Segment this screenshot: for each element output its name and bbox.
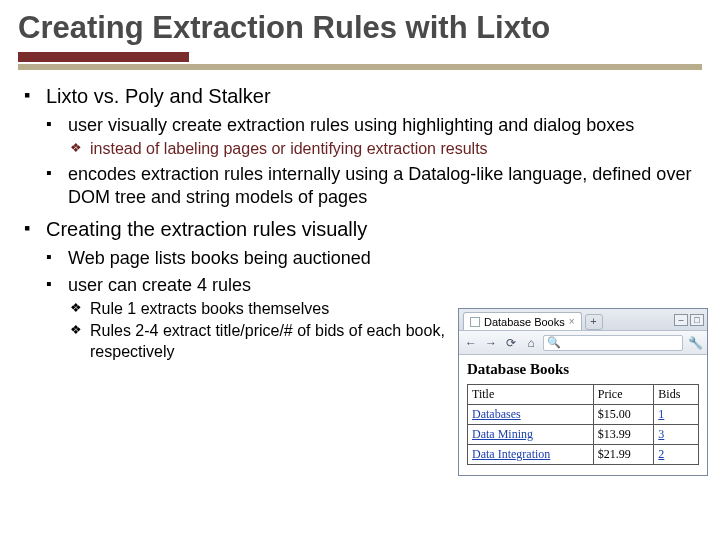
bullet-item: encodes extraction rules internally usin… <box>46 163 696 209</box>
table-row: Databases $15.00 1 <box>468 405 699 425</box>
bullet-item: user can create 4 rules Rule 1 extracts … <box>46 274 456 362</box>
book-price: $21.99 <box>593 445 654 465</box>
heading-text: Creating the extraction rules visually <box>46 218 367 240</box>
bullet-text: user visually create extraction rules us… <box>68 115 634 135</box>
sub-bullet: instead of labeling pages or identifying… <box>68 139 696 159</box>
wrench-icon[interactable]: 🔧 <box>687 335 703 351</box>
browser-page: Database Books Title Price Bids Database… <box>459 355 707 475</box>
home-icon[interactable]: ⌂ <box>523 335 539 351</box>
sub-bullet: Rule 1 extracts books themselves <box>68 299 456 319</box>
book-title-link[interactable]: Databases <box>472 407 521 421</box>
slide-title: Creating Extraction Rules with Lixto <box>0 0 720 52</box>
bullet-text: user can create 4 rules <box>68 275 251 295</box>
page-title: Database Books <box>467 361 699 378</box>
browser-window: Database Books × + – □ ← → ⟳ ⌂ 🔍 🔧 Datab… <box>458 308 708 476</box>
bullet-text: encodes extraction rules internally usin… <box>68 164 691 207</box>
book-price: $13.99 <box>593 425 654 445</box>
page-icon <box>470 317 480 327</box>
maximize-icon[interactable]: □ <box>690 314 704 326</box>
back-icon[interactable]: ← <box>463 335 479 351</box>
window-controls: – □ <box>674 314 707 326</box>
bullet-item: Web page lists books being auctioned <box>46 247 456 270</box>
bullet-item: user visually create extraction rules us… <box>46 114 696 160</box>
sub-bullet: Rules 2-4 extract title/price/# of bids … <box>68 321 456 362</box>
search-icon: 🔍 <box>547 336 561 349</box>
table-header-row: Title Price Bids <box>468 385 699 405</box>
table-header: Title <box>468 385 594 405</box>
search-input[interactable]: 🔍 <box>543 335 683 351</box>
book-bids-link[interactable]: 3 <box>658 427 664 441</box>
book-price: $15.00 <box>593 405 654 425</box>
section-heading: Lixto vs. Poly and Stalker user visually… <box>24 84 696 209</box>
browser-toolbar: ← → ⟳ ⌂ 🔍 🔧 <box>459 331 707 355</box>
book-bids-link[interactable]: 1 <box>658 407 664 421</box>
tab-label: Database Books <box>484 316 565 328</box>
new-tab-button[interactable]: + <box>585 314 603 330</box>
book-bids-link[interactable]: 2 <box>658 447 664 461</box>
heading-text: Lixto vs. Poly and Stalker <box>46 85 271 107</box>
reload-icon[interactable]: ⟳ <box>503 335 519 351</box>
book-title-link[interactable]: Data Mining <box>472 427 533 441</box>
table-header: Price <box>593 385 654 405</box>
table-row: Data Integration $21.99 2 <box>468 445 699 465</box>
forward-icon[interactable]: → <box>483 335 499 351</box>
minimize-icon[interactable]: – <box>674 314 688 326</box>
books-table: Title Price Bids Databases $15.00 1 Data… <box>467 384 699 465</box>
table-row: Data Mining $13.99 3 <box>468 425 699 445</box>
browser-tabbar: Database Books × + – □ <box>459 309 707 331</box>
title-underline <box>18 52 702 70</box>
close-icon[interactable]: × <box>569 316 575 327</box>
table-header: Bids <box>654 385 699 405</box>
book-title-link[interactable]: Data Integration <box>472 447 550 461</box>
bullet-text: Web page lists books being auctioned <box>68 248 371 268</box>
browser-tab[interactable]: Database Books × <box>463 312 582 330</box>
